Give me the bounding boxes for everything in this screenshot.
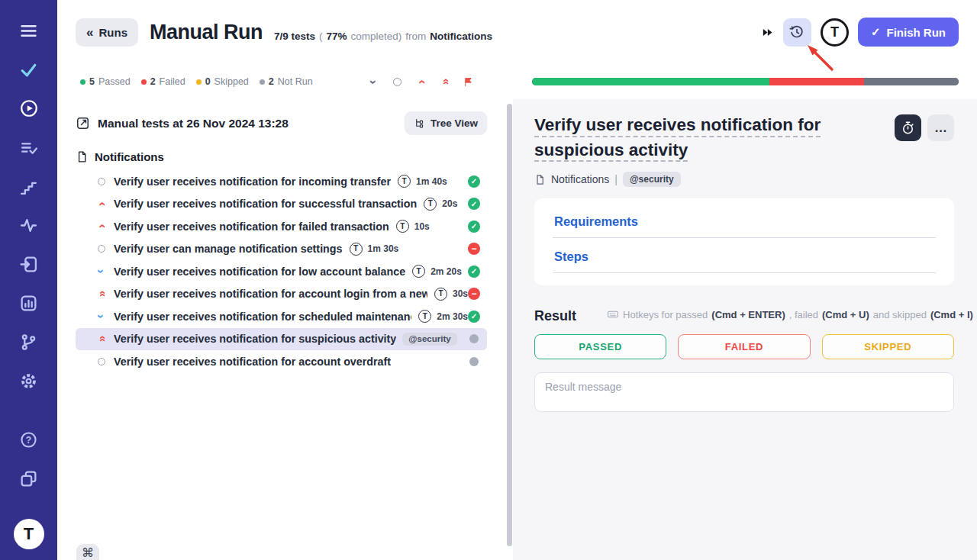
progress-failed-segment	[769, 78, 864, 85]
test-title: Verify user receives notification for in…	[114, 175, 391, 188]
test-row[interactable]: Verify user receives notification for su…	[76, 193, 487, 216]
testomat-icon: T	[412, 265, 425, 278]
test-title: Verify user can manage notification sett…	[114, 243, 343, 255]
high-priority-icon[interactable]: ›	[415, 76, 427, 88]
help-icon[interactable]: ?	[19, 430, 39, 449]
chevron-down-icon[interactable]: ›	[368, 76, 379, 88]
status-icon	[468, 220, 480, 233]
testomat-icon: T	[434, 288, 447, 301]
skipped-button[interactable]: SKIPPED	[822, 334, 954, 359]
notrun-dot	[260, 79, 265, 85]
fast-forward-icon[interactable]	[761, 26, 774, 39]
test-title-heading[interactable]: Verify user receives notification for su…	[534, 113, 885, 163]
test-row[interactable]: Verify user receives notification for sc…	[76, 305, 487, 328]
check-icon: ✓	[871, 25, 881, 39]
stat-failed: 2 Failed	[141, 76, 185, 87]
scrollbar-thumb[interactable]	[507, 104, 512, 546]
priority-icon	[95, 198, 107, 211]
progress-passed-segment	[532, 78, 769, 85]
file-icon	[534, 174, 546, 185]
finish-run-button[interactable]: ✓ Finish Run	[858, 18, 959, 47]
header: « Runs Manual Run 7/9 tests ( 77% comple…	[57, 0, 977, 64]
breadcrumb-suite[interactable]: Notifications	[551, 173, 609, 185]
test-title: Verify user receives notification for su…	[114, 333, 396, 345]
source-suite: Notifications	[430, 31, 492, 42]
back-to-runs-button[interactable]: « Runs	[76, 18, 138, 47]
testomat-icon: T	[424, 198, 437, 211]
security-tag[interactable]: @security	[623, 172, 681, 187]
tree-icon	[414, 117, 425, 129]
menu-icon[interactable]	[19, 21, 39, 40]
import-icon[interactable]	[19, 254, 39, 274]
test-tag: @security	[402, 333, 456, 346]
testomat-icon: T	[350, 243, 363, 256]
test-row[interactable]: Verify user can manage notification sett…	[76, 238, 487, 261]
keyboard-icon	[607, 308, 619, 320]
passed-button[interactable]: PASSED	[534, 334, 666, 359]
account-logo[interactable]: T	[821, 18, 849, 47]
breadcrumb-separator: |	[614, 173, 617, 185]
breadcrumb: Notifications | @security	[534, 172, 954, 187]
result-message-input[interactable]	[534, 372, 954, 412]
testomat-icon: T	[398, 175, 411, 188]
activity-icon[interactable]	[19, 215, 39, 235]
priority-icon	[95, 333, 107, 345]
tests-count: 7/9 tests	[274, 31, 315, 42]
test-title: Verify user receives notification for fa…	[114, 220, 389, 233]
scrollbar[interactable]	[505, 99, 513, 560]
passed-dot	[80, 79, 85, 85]
test-row[interactable]: Verify user receives notification for ac…	[76, 350, 487, 373]
failed-button[interactable]: FAILED	[678, 334, 810, 359]
suite-folder-notifications[interactable]: Notifications	[76, 138, 487, 170]
logo-t-glyph: T	[830, 24, 839, 40]
settings-gear-icon[interactable]	[19, 371, 39, 391]
test-duration: 10s	[414, 221, 430, 232]
stats-bar: 5 Passed 2 Failed 0 Skipped 2 Not Run › …	[57, 64, 977, 99]
projects-icon[interactable]	[19, 468, 39, 488]
normal-priority-icon[interactable]	[392, 76, 403, 88]
steps-section[interactable]: Steps	[553, 238, 936, 273]
status-icon	[469, 357, 479, 366]
report-icon[interactable]	[19, 293, 39, 313]
back-label: Runs	[98, 26, 127, 39]
history-button[interactable]	[783, 18, 811, 47]
status-icon	[468, 175, 480, 188]
test-row[interactable]: Verify user receives notification for ac…	[76, 283, 487, 306]
test-title: Verify user receives notification for ac…	[114, 356, 391, 368]
test-row[interactable]: Verify user receives notification for in…	[76, 170, 487, 193]
run-icon[interactable]	[19, 98, 39, 118]
branch-icon[interactable]	[19, 332, 39, 352]
test-duration: 20s	[442, 198, 457, 209]
requirements-section[interactable]: Requirements	[553, 203, 936, 238]
test-title: Verify user receives notification for ac…	[114, 288, 427, 300]
priority-icon	[95, 245, 107, 253]
test-duration: 2m 20s	[430, 266, 462, 277]
status-icon	[468, 266, 480, 278]
stat-skipped: 0 Skipped	[196, 76, 249, 87]
test-title: Verify user receives notification for lo…	[114, 266, 405, 278]
flag-icon[interactable]	[463, 76, 474, 88]
check-icon[interactable]	[19, 60, 39, 79]
detail-card: Requirements Steps	[534, 198, 954, 285]
test-runs-icon[interactable]	[19, 137, 39, 157]
test-row[interactable]: Verify user receives notification for lo…	[76, 260, 487, 283]
header-actions: T ✓ Finish Run	[761, 18, 959, 47]
tree-view-button[interactable]: Tree View	[405, 111, 487, 135]
test-row[interactable]: Verify user receives notification for fa…	[76, 215, 487, 238]
page-title: Manual Run	[150, 21, 263, 44]
chevrons-left-icon: «	[86, 26, 93, 39]
command-key-badge[interactable]: ⌘	[76, 544, 99, 560]
more-options-button[interactable]: …	[927, 114, 954, 141]
svg-text:?: ?	[26, 434, 31, 445]
test-row-selected[interactable]: Verify user receives notification for su…	[76, 328, 487, 351]
run-progress-summary: 7/9 tests ( 77% completed) from Notifica…	[274, 31, 492, 42]
test-duration: 2m 30s	[437, 311, 468, 322]
priority-icon	[95, 310, 107, 323]
testomat-logo[interactable]: T	[14, 519, 44, 549]
status-icon	[468, 288, 480, 300]
timer-button[interactable]	[895, 114, 921, 141]
steps-icon[interactable]	[19, 176, 39, 196]
result-heading: Result	[534, 308, 576, 324]
critical-priority-icon[interactable]: »	[439, 76, 450, 88]
status-icon	[468, 198, 480, 210]
